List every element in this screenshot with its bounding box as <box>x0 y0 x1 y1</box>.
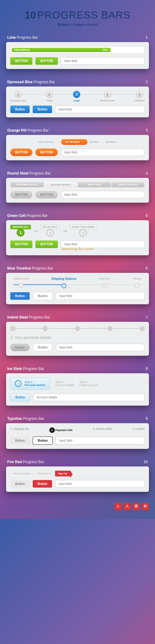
indent-dot-3[interactable] <box>75 326 80 331</box>
orange-step-2[interactable]: MY DETAILS → <box>61 139 88 145</box>
fire-step-2[interactable]: Account info <box>35 471 54 476</box>
dblue-button-2[interactable]: Button <box>33 106 52 113</box>
typo-step-1[interactable]: 1. Shipping info <box>10 427 29 433</box>
gcell-input[interactable] <box>61 240 145 248</box>
typo-card: 1. Shipping info 2Payment info 3. Review… <box>6 423 149 449</box>
gcell-step-3[interactable]: PLACE YOUR ORDER3 <box>69 224 97 237</box>
steel-card: PERSONAL DETAILS ACCOUNT DETAILS VERIFY … <box>6 178 149 203</box>
steel-button-1[interactable]: BUTTON <box>10 191 32 198</box>
ice-button-1[interactable]: Button <box>10 393 30 401</box>
orange-step-3[interactable]: REVIEW <box>89 141 99 143</box>
section-header-dblue: Dpressed Blue Progress Bar 2 <box>6 80 149 87</box>
page-subtitle: Buttons & Inputs included <box>6 23 149 26</box>
dblue-step-3[interactable]: 3Login <box>73 91 80 102</box>
ice-input[interactable] <box>33 394 145 401</box>
typo-steps: 1. Shipping info 2Payment info 3. Review… <box>10 427 145 433</box>
ice-step-1[interactable]: ↓ Step 1:Personal details <box>10 378 50 390</box>
section-header-ice: Ice Slate Progress Bar 8 <box>6 367 149 373</box>
indent-button-1[interactable]: Button <box>10 344 30 351</box>
dblue-card: 1Shopping Cart 2Check 3Login 4Review ord… <box>6 87 149 117</box>
indent-dot-4[interactable] <box>107 326 112 331</box>
arrow-right-icon: → <box>81 141 83 143</box>
typo-step-3[interactable]: 3. Review order <box>93 427 112 433</box>
bluetl-card: Address Info1 Shipping Options2 Payment3… <box>6 273 149 304</box>
dblue-button-1[interactable]: Button <box>10 106 30 113</box>
typo-button-2[interactable]: Button <box>33 436 53 445</box>
ice-step-3[interactable]: Step 3:Create account <box>79 381 98 387</box>
footer-badge-icon: 材 <box>142 503 149 510</box>
indent-dot-1[interactable] <box>10 326 15 331</box>
dblue-step-5[interactable]: 5Checkout <box>134 91 145 102</box>
bluetl-step-3[interactable]: Payment3 <box>99 277 110 288</box>
lime-button-2[interactable]: BUTTON <box>35 57 58 65</box>
steel-tab-4[interactable]: CREATE ACCOUNT <box>111 182 144 187</box>
gcell-step-2[interactable]: BILLING INFO2 <box>40 224 60 237</box>
orange-step-1[interactable]: VIEW BASKET <box>38 141 55 143</box>
footer-badge-icon: 人 <box>124 503 131 510</box>
title-text: PROGRESS BARS <box>37 9 130 21</box>
typo-step-4[interactable]: 4. Confirm <box>132 427 145 433</box>
section-index: 7 <box>146 315 148 319</box>
bluetl-button-1[interactable]: Button <box>10 292 30 300</box>
bluetl-step-2[interactable]: Shipping Options2 <box>51 277 77 288</box>
lime-button-1[interactable]: BUTTON <box>10 57 32 65</box>
arrow-right-icon: ↝ <box>62 227 67 234</box>
dblue-step-1[interactable]: 1Shopping Cart <box>10 91 26 102</box>
indent-dot-2[interactable] <box>43 326 48 331</box>
section-header-steel: Round Steel Progress Bar 4 <box>6 171 149 178</box>
fire-button-1[interactable]: Button <box>10 480 30 488</box>
bluetl-input[interactable] <box>56 292 145 300</box>
ice-step-2[interactable]: Step 2:Account details <box>55 381 74 387</box>
orange-step-4[interactable]: PAYMENT <box>105 141 117 143</box>
bluetl-step-4[interactable]: Review4 <box>133 277 142 288</box>
bluetl-steps: Address Info1 Shipping Options2 Payment3… <box>10 277 145 288</box>
steel-input[interactable] <box>61 191 145 198</box>
ice-steps: ↓ Step 1:Personal details Step 2:Account… <box>10 378 145 390</box>
steel-tab-3[interactable]: VERIFY DATA <box>78 182 111 187</box>
section-header-indent: Indent Steel Progress Bar 7 <box>6 315 149 322</box>
steel-button-2[interactable]: BUTTON <box>35 191 58 198</box>
gcell-card: SHIPPING INFO1 ↝ BILLING INFO2 ↝ PLACE Y… <box>6 220 149 255</box>
indent-dot-5[interactable] <box>140 326 145 331</box>
section-index: 9 <box>146 417 148 421</box>
indent-input[interactable] <box>56 344 145 351</box>
dblue-step-2[interactable]: 2Check <box>46 91 53 102</box>
section-index: 2 <box>146 80 148 84</box>
typo-button-1[interactable]: Button <box>10 437 30 444</box>
fire-step-1[interactable]: Personal Details <box>10 471 34 476</box>
section-header-fire: Fire Red Progress Bar 10 <box>6 460 149 466</box>
steel-tab-2[interactable]: ACCOUNT DETAILS <box>44 182 77 187</box>
bluetl-button-2[interactable]: Button <box>33 292 53 300</box>
fire-step-3[interactable]: Sign Up <box>55 471 70 476</box>
ice-card: ↓ Step 1:Personal details Step 2:Account… <box>6 373 149 406</box>
section-header-bluetl: Blue Timeline Progress Bar 6 <box>6 266 149 273</box>
section-index: 1 <box>146 35 148 40</box>
section-index: 5 <box>146 214 148 218</box>
orange-input[interactable] <box>61 149 145 156</box>
fire-steps: Personal Details › Account info › Sign U… <box>10 471 145 476</box>
gcell-step-1[interactable]: SHIPPING INFO1 <box>10 225 31 237</box>
orange-steps: VIEW BASKET → MY DETAILS → REVIEW → PAYM… <box>10 139 145 145</box>
dblue-steps: 1Shopping Cart 2Check 3Login 4Review ord… <box>10 91 145 102</box>
bluetl-step-1[interactable]: Address Info1 <box>13 277 29 288</box>
section-index: 10 <box>144 460 148 464</box>
dblue-step-4[interactable]: 4Review order <box>100 91 114 102</box>
indent-card: 2. Your personal details Button Button <box>6 322 149 356</box>
typo-step-2[interactable]: 2Payment info <box>49 427 73 433</box>
orange-button-1[interactable]: BUTTON <box>10 149 32 156</box>
dblue-input[interactable] <box>55 106 145 113</box>
fire-input[interactable] <box>55 480 145 488</box>
arrow-right-icon: → <box>101 141 104 144</box>
indent-button-2[interactable]: Button <box>33 343 53 351</box>
steel-tab-1[interactable]: PERSONAL DETAILS <box>11 182 44 187</box>
lime-card: PROGRESS 75% BUTTON BUTTON <box>6 42 149 69</box>
lime-input[interactable] <box>61 57 145 65</box>
gcell-button-1[interactable]: BUTTON <box>10 240 32 248</box>
lime-progress-track: PROGRESS 75% <box>10 46 145 54</box>
orange-button-2[interactable]: BUTTON <box>35 149 58 156</box>
typo-input[interactable] <box>56 437 145 444</box>
section-header-typo: Typoline Progress Bar 9 <box>6 417 149 423</box>
gcell-button-2[interactable]: BUTTON <box>35 240 58 248</box>
gcell-steps: SHIPPING INFO1 ↝ BILLING INFO2 ↝ PLACE Y… <box>10 224 145 237</box>
fire-button-2[interactable]: Button <box>33 480 52 488</box>
